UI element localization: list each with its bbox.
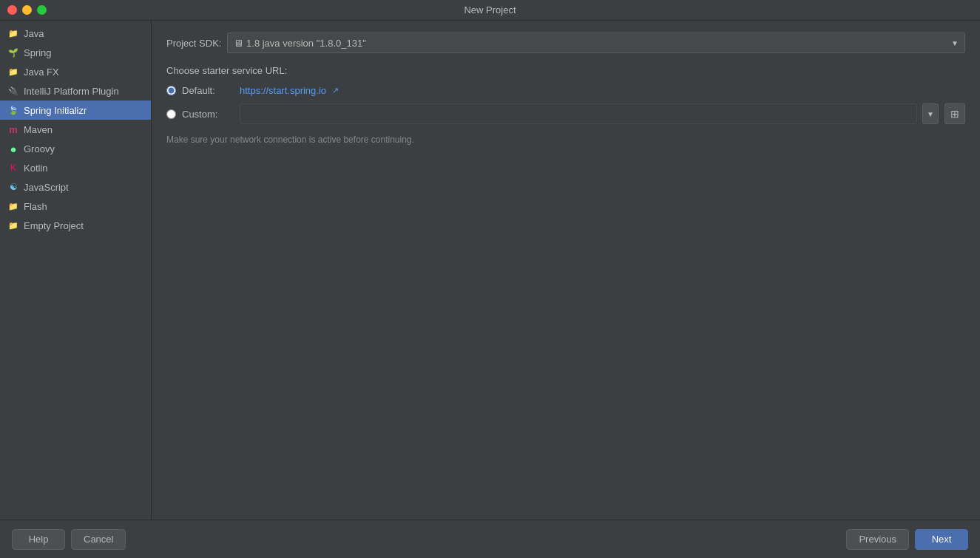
sidebar-item-label: Flash xyxy=(24,201,47,212)
sidebar-item-label: Java FX xyxy=(24,67,59,78)
default-radio[interactable] xyxy=(166,86,176,95)
custom-action-button[interactable]: ⊞ xyxy=(944,103,965,124)
sidebar: 📁 Java 🌱 Spring 📁 Java FX 🔌 IntelliJ Pla… xyxy=(0,21,152,520)
sdk-dropdown[interactable]: 🖥 1.8 java version "1.8.0_131" ▼ xyxy=(227,33,965,53)
help-button[interactable]: Help xyxy=(12,529,65,550)
default-label[interactable]: Default: xyxy=(182,85,234,96)
window-title: New Project xyxy=(464,4,516,16)
previous-button[interactable]: Previous xyxy=(846,529,909,550)
sidebar-item-label: Kotlin xyxy=(24,163,48,174)
warning-text: Make sure your network connection is act… xyxy=(166,135,965,145)
sidebar-item-label: JavaScript xyxy=(24,182,69,193)
bottom-left-actions: Help Cancel xyxy=(12,529,126,550)
sdk-row: Project SDK: 🖥 1.8 java version "1.8.0_1… xyxy=(166,33,965,53)
flash-icon: 📁 xyxy=(7,200,19,212)
sidebar-item-kotlin[interactable]: K Kotlin xyxy=(0,158,151,177)
external-link-icon: ↗ xyxy=(332,86,339,95)
intellij-icon: 🔌 xyxy=(7,85,19,97)
sidebar-item-spring[interactable]: 🌱 Spring xyxy=(0,43,151,62)
grid-icon: ⊞ xyxy=(950,108,959,120)
sidebar-item-label: Empty Project xyxy=(24,220,84,231)
sdk-label: Project SDK: xyxy=(166,38,221,49)
minimize-button[interactable] xyxy=(22,5,32,15)
main-content: 📁 Java 🌱 Spring 📁 Java FX 🔌 IntelliJ Pla… xyxy=(0,21,980,520)
bottom-right-actions: Previous Next xyxy=(846,529,968,550)
custom-url-input[interactable] xyxy=(240,103,917,124)
chevron-down-icon: ▼ xyxy=(951,39,959,47)
sidebar-item-groovy[interactable]: ● Groovy xyxy=(0,139,151,158)
spring-initializr-icon: 🍃 xyxy=(7,104,19,116)
sidebar-item-empty-project[interactable]: 📁 Empty Project xyxy=(0,216,151,235)
sdk-value: 🖥 1.8 java version "1.8.0_131" xyxy=(234,38,948,49)
sidebar-item-maven[interactable]: m Maven xyxy=(0,120,151,139)
sidebar-item-javascript[interactable]: ☯ JavaScript xyxy=(0,177,151,197)
custom-radio[interactable] xyxy=(166,109,176,119)
javascript-icon: ☯ xyxy=(7,181,19,193)
title-bar: New Project xyxy=(0,0,980,21)
sidebar-item-label: Spring Initializr xyxy=(24,105,87,116)
sidebar-item-javafx[interactable]: 📁 Java FX xyxy=(0,62,151,81)
default-radio-row: Default: https://start.spring.io ↗ xyxy=(166,85,965,96)
sidebar-item-label: Maven xyxy=(24,124,53,135)
javafx-icon: 📁 xyxy=(7,66,19,78)
window-controls xyxy=(7,5,47,15)
sidebar-item-label: IntelliJ Platform Plugin xyxy=(24,86,119,97)
custom-radio-row: Custom: ▼ ⊞ xyxy=(166,103,965,124)
maximize-button[interactable] xyxy=(37,5,47,15)
chevron-down-icon: ▼ xyxy=(927,110,934,118)
sidebar-item-java[interactable]: 📁 Java xyxy=(0,24,151,43)
sidebar-item-intellij-plugin[interactable]: 🔌 IntelliJ Platform Plugin xyxy=(0,81,151,101)
next-button[interactable]: Next xyxy=(915,529,968,550)
sidebar-item-flash[interactable]: 📁 Flash xyxy=(0,197,151,216)
groovy-icon: ● xyxy=(7,143,19,154)
java-icon: 📁 xyxy=(7,27,19,39)
kotlin-icon: K xyxy=(7,162,19,174)
sidebar-item-label: Spring xyxy=(24,47,52,58)
sidebar-item-spring-initializr[interactable]: 🍃 Spring Initializr xyxy=(0,101,151,120)
custom-label[interactable]: Custom: xyxy=(182,109,234,120)
starter-url-label: Choose starter service URL: xyxy=(166,65,965,76)
sidebar-item-label: Groovy xyxy=(24,143,55,154)
right-panel: Project SDK: 🖥 1.8 java version "1.8.0_1… xyxy=(152,21,980,520)
default-url-link[interactable]: https://start.spring.io xyxy=(240,85,326,96)
bottom-bar: Help Cancel Previous Next xyxy=(0,520,980,558)
cancel-button[interactable]: Cancel xyxy=(71,529,126,550)
spring-icon: 🌱 xyxy=(7,47,19,58)
custom-dropdown-button[interactable]: ▼ xyxy=(922,103,939,124)
close-button[interactable] xyxy=(7,5,17,15)
empty-project-icon: 📁 xyxy=(7,220,19,231)
maven-icon: m xyxy=(7,123,19,135)
sidebar-item-label: Java xyxy=(24,28,44,39)
